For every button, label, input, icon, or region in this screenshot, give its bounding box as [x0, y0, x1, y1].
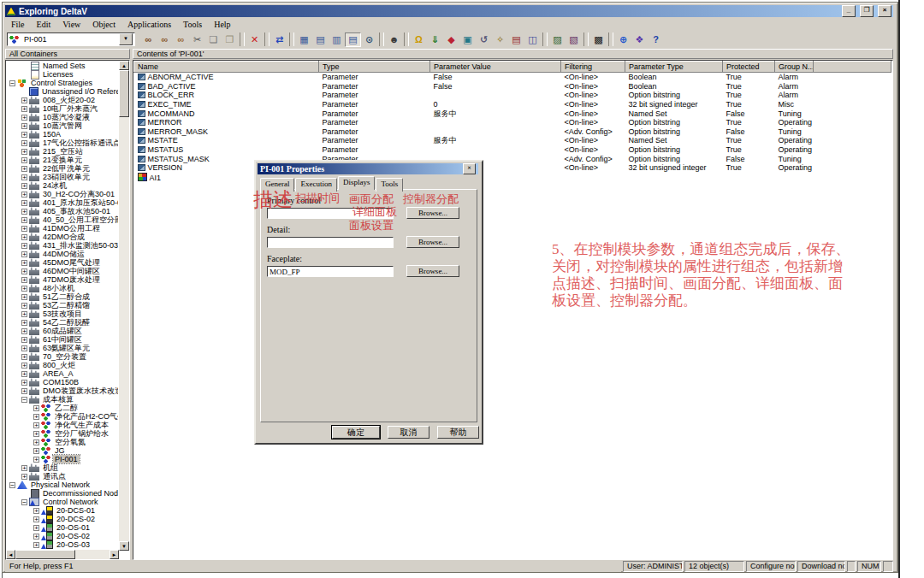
tree-expander-icon[interactable]: + [21, 97, 27, 103]
text-input[interactable] [267, 237, 394, 248]
browse-button[interactable]: Browse... [406, 265, 459, 277]
tree-item[interactable]: + 20-OS-01 [6, 523, 118, 532]
tree-expander-icon[interactable]: + [21, 354, 27, 360]
large-icons-view-icon[interactable]: ▦ [296, 32, 312, 47]
tree-expander-icon[interactable]: + [21, 294, 27, 300]
tree-expander-icon[interactable]: + [21, 115, 27, 121]
table-row[interactable]: MSTATE Parameter 服务中 <On-line> Named Set… [134, 136, 891, 145]
tree-expander-icon[interactable]: + [21, 277, 27, 283]
small-icons-view-icon[interactable]: ▤ [312, 32, 329, 47]
column-header[interactable]: Name [134, 62, 319, 73]
close-button[interactable]: × [878, 5, 891, 17]
tree-expander-icon[interactable]: + [21, 345, 27, 351]
tree-expander-icon[interactable]: + [21, 380, 27, 386]
tree-item[interactable]: − Control Network [6, 498, 118, 506]
table-row[interactable]: ABNORM_ACTIVE Parameter False <On-line> … [134, 73, 891, 82]
tree-expander-icon[interactable]: + [33, 431, 39, 437]
tree-expander-icon[interactable]: + [21, 311, 27, 317]
tree-expander-icon[interactable]: + [21, 200, 27, 206]
user-profile-icon[interactable]: ☻ [386, 32, 402, 47]
table-row[interactable]: AI1 [134, 173, 891, 182]
tree-expander-icon[interactable]: + [21, 337, 27, 343]
tree-item[interactable]: + JG [6, 446, 118, 455]
tree-expander-icon[interactable]: + [21, 132, 27, 138]
cut-icon[interactable]: ✂ [189, 32, 205, 47]
tree-expander-icon[interactable]: + [33, 457, 39, 463]
browse-button[interactable]: Browse... [406, 207, 459, 219]
tree-expander-icon[interactable]: + [33, 448, 39, 454]
table-row[interactable]: EXEC_TIME Parameter 0 <On-line> 32 bit s… [134, 100, 891, 109]
dialog-close-button[interactable]: × [463, 163, 476, 174]
tree-item-label[interactable]: 20-OS-01 [55, 523, 92, 532]
tree-item-label[interactable]: Control Network [41, 498, 100, 506]
tree-item-label[interactable]: 20-DCS-01 [55, 506, 97, 515]
tree-expander-icon[interactable]: − [9, 482, 15, 488]
table-row[interactable]: BLOCK_ERR Parameter <On-line> Option bit… [134, 91, 891, 100]
dialog-button[interactable]: 确定 [332, 426, 380, 439]
tree-expander-icon[interactable]: + [21, 388, 27, 394]
combobox-dropdown-icon[interactable]: ▼ [119, 33, 133, 45]
tree-expander-icon[interactable]: + [33, 422, 39, 428]
table-row[interactable]: MCOMMAND Parameter 服务中 <On-line> Named S… [134, 109, 891, 118]
menu-item[interactable]: Tools [177, 20, 208, 29]
table-row[interactable]: MSTATUS_MASK Parameter <Adv. Config> Opt… [134, 154, 891, 163]
tree-item[interactable]: − Physical Network [6, 481, 118, 489]
column-header[interactable]: Filtering [561, 62, 625, 73]
tree-expander-icon[interactable]: + [21, 157, 27, 163]
tree-expander-icon[interactable]: + [21, 251, 27, 257]
scrollbar-thumb-horizontal[interactable] [15, 550, 75, 559]
tree-item[interactable]: + 800_火炬 [6, 361, 118, 369]
tree-expander-icon[interactable]: + [21, 234, 27, 240]
tree-expander-icon[interactable]: + [21, 320, 27, 326]
scroll-left-button[interactable]: ◄ [6, 550, 15, 559]
dialog-button[interactable]: 取消 [388, 426, 429, 439]
export-icon[interactable]: ◫ [524, 32, 541, 47]
tree-expander-icon[interactable]: + [33, 414, 39, 420]
delete-icon[interactable]: ✕ [246, 32, 263, 47]
menu-item[interactable]: Applications [121, 20, 177, 29]
toolbar-button[interactable] [289, 32, 294, 46]
tree-item-label[interactable]: JG [53, 446, 67, 455]
menu-item[interactable]: File [5, 20, 31, 29]
tree-expander-icon[interactable]: + [21, 474, 27, 480]
alarm-bell-icon[interactable]: Ω [411, 32, 427, 47]
toolbar-button[interactable] [264, 32, 270, 46]
tree-expander-icon[interactable]: − [21, 499, 27, 505]
tree-expander-icon[interactable]: + [33, 508, 39, 514]
tree-item-label[interactable]: Licenses [41, 70, 75, 79]
toolbar-button[interactable] [542, 32, 548, 46]
table-row[interactable]: BAD_ACTIVE Parameter False <On-line> Boo… [134, 82, 891, 91]
tree-item[interactable]: + 空分氧氮 [6, 438, 118, 446]
tree-expander-icon[interactable]: + [21, 328, 27, 334]
download-node-icon[interactable]: ⇓ [427, 32, 443, 47]
history-icon[interactable]: ↺ [476, 32, 492, 47]
tree-item-label[interactable]: 20-DCS-02 [55, 515, 97, 523]
tree-item[interactable]: Decommissioned Nodes [6, 489, 118, 498]
diagnostics-icon[interactable]: ◆ [443, 32, 459, 47]
tree-item[interactable]: + AREA_A [6, 369, 118, 378]
scrollbar-thumb[interactable] [119, 70, 129, 117]
tree-expander-icon[interactable]: + [21, 465, 27, 471]
tree-expander-icon[interactable]: + [21, 183, 27, 189]
tree-item-label[interactable]: 20-OS-02 [55, 532, 92, 540]
tree-expander-icon[interactable]: + [21, 260, 27, 266]
find-icon[interactable]: ⊙ [361, 32, 377, 47]
explore-unassigned-icon[interactable]: ∞ [173, 32, 189, 47]
column-header[interactable]: Parameter Type [625, 62, 723, 73]
tree-expander-icon[interactable]: + [33, 534, 39, 540]
references-icon[interactable]: ▤ [508, 32, 524, 47]
toolbar-button[interactable] [379, 32, 384, 46]
security-icon[interactable]: ✧ [492, 32, 508, 47]
tree-item[interactable]: + 20-DCS-02 [6, 515, 118, 523]
table-row[interactable]: VERSION Parameter 1 <On-line> 32 bit uns… [134, 163, 891, 173]
tree-expander-icon[interactable]: + [21, 286, 27, 292]
restore-button[interactable]: ❐ [860, 5, 874, 17]
dialog-button[interactable]: 帮助 [437, 426, 479, 439]
tree-item[interactable]: + 10蒸汽管网 [6, 121, 118, 130]
tree-item[interactable]: − Control Strategies [6, 79, 118, 87]
explore-icon[interactable]: ∞ [140, 32, 157, 47]
tree-expander-icon[interactable]: + [21, 303, 27, 309]
column-header[interactable]: Group N... [775, 62, 814, 73]
tree-item[interactable]: Named Sets [6, 62, 118, 70]
dialog-tab[interactable]: Execution [295, 178, 337, 192]
